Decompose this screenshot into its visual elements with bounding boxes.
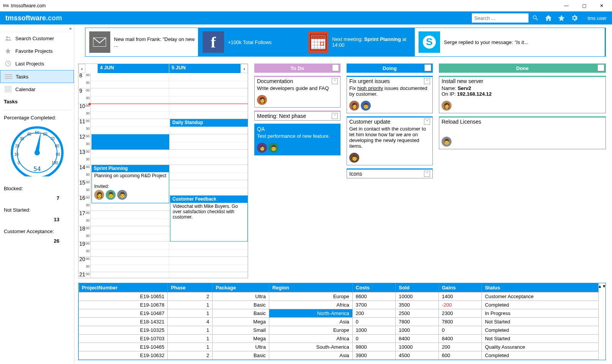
- grid-cell[interactable]: 3700: [352, 301, 395, 309]
- card-toggle-button[interactable]: ˄: [424, 78, 430, 84]
- card-toggle-button[interactable]: ˅: [332, 113, 338, 119]
- grid-cell[interactable]: Asia: [269, 351, 352, 360]
- grid-cell[interactable]: 2: [168, 292, 213, 301]
- grid-cell[interactable]: 600: [439, 351, 481, 360]
- grid-cell[interactable]: Basic: [213, 309, 269, 318]
- grid-cell[interactable]: 8600: [352, 292, 395, 301]
- card-qa[interactable]: QA Test performance of new feature. 👩 👨: [254, 124, 340, 155]
- grid-cell[interactable]: E19-10703: [79, 335, 168, 343]
- grid-cell[interactable]: Not Started: [482, 335, 599, 343]
- grid-cell[interactable]: Ultra: [213, 343, 269, 351]
- grid-cell[interactable]: Quality Assurance: [482, 343, 599, 351]
- grid-cell[interactable]: 8400: [396, 335, 439, 343]
- calendar-next-button[interactable]: ›: [241, 64, 248, 73]
- window-maximize-button[interactable]: ▢: [575, 0, 593, 11]
- grid-cell[interactable]: E18-14321: [79, 318, 168, 326]
- grid-cell[interactable]: South-America: [269, 343, 352, 351]
- sidebar-item-last-projects[interactable]: Last Projects: [0, 57, 74, 70]
- card-fix-urgent[interactable]: Fix urgent issues˄ Fix high priority iss…: [347, 76, 433, 113]
- grid-cell[interactable]: 3900: [352, 351, 395, 360]
- gear-icon[interactable]: [568, 13, 581, 23]
- calendar-event[interactable]: Sprint PlanningPlanning on upcoming R&D …: [92, 165, 169, 203]
- grid-cell[interactable]: E19-10487: [79, 309, 168, 318]
- grid-cell[interactable]: Europe: [269, 326, 352, 335]
- grid-cell[interactable]: 0: [352, 318, 395, 326]
- grid-cell[interactable]: 4500: [396, 351, 439, 360]
- grid-cell[interactable]: 2500: [396, 309, 439, 318]
- grid-cell[interactable]: 2: [168, 351, 213, 360]
- window-close-button[interactable]: ✕: [593, 0, 610, 11]
- grid-header[interactable]: Gains: [439, 283, 481, 292]
- user-label[interactable]: tms user: [587, 15, 607, 21]
- card-toggle-button[interactable]: ˄: [424, 119, 430, 125]
- grid-header[interactable]: Phase: [168, 283, 213, 292]
- table-row[interactable]: E19-103251SmallEurope100010000Completed: [79, 326, 599, 335]
- table-row[interactable]: E19-106512UltraEurope8600100001400Custom…: [79, 292, 599, 301]
- grid-cell[interactable]: E19-10465: [79, 343, 168, 351]
- grid-cell[interactable]: Europe: [269, 292, 352, 301]
- grid-cell[interactable]: Asia: [269, 318, 352, 326]
- grid-cell[interactable]: 10000: [396, 292, 439, 301]
- table-row[interactable]: E19-104651UltraSouth-America980010000200…: [79, 343, 599, 351]
- grid-cell[interactable]: 1000: [396, 326, 439, 335]
- window-minimize-button[interactable]: —: [558, 0, 575, 11]
- grid-cell[interactable]: Ultra: [213, 292, 269, 301]
- grid-cell[interactable]: 0: [439, 326, 481, 335]
- calendar-event[interactable]: [92, 134, 169, 150]
- card-customer-update[interactable]: Customer update˄ Get in contact with the…: [347, 116, 433, 165]
- grid-cell[interactable]: 7800: [439, 318, 481, 326]
- grid-header[interactable]: Sold: [396, 283, 439, 292]
- grid-cell[interactable]: Mega: [213, 335, 269, 343]
- calendar-day2-header[interactable]: 5 JUN: [169, 64, 241, 73]
- sidebar-collapse-button[interactable]: «: [0, 24, 74, 32]
- calendar-event[interactable]: Customer FeedbackVideochat with Mike Buy…: [170, 196, 248, 242]
- grid-cell[interactable]: -200: [439, 301, 481, 309]
- sidebar-item-calendar[interactable]: Calendar: [0, 83, 74, 96]
- home-icon[interactable]: [542, 13, 555, 23]
- grid-cell[interactable]: 0: [352, 335, 395, 343]
- grid-cell[interactable]: Small: [213, 326, 269, 335]
- tile-meeting[interactable]: Next meeting: Sprint Planning at 14:00: [304, 28, 415, 56]
- card-documentation[interactable]: Documentation˄ Write developers guide an…: [254, 76, 340, 108]
- tile-facebook[interactable]: f +100k Total Follows: [199, 28, 304, 56]
- table-row[interactable]: E19-106781BasicAfrica37003500-200Complet…: [79, 301, 599, 309]
- card-toggle-button[interactable]: ˅: [424, 171, 430, 177]
- card-toggle-button[interactable]: ˄: [332, 78, 338, 84]
- scroll-down-icon[interactable]: ▾: [603, 283, 605, 289]
- card-reload-licenses[interactable]: Reload Licenses 👨: [439, 116, 606, 149]
- column-collapse-button[interactable]: ‹: [332, 64, 339, 71]
- grid-cell[interactable]: 1400: [439, 292, 481, 301]
- grid-cell[interactable]: E19-10325: [79, 326, 168, 335]
- grid-cell[interactable]: 3500: [396, 301, 439, 309]
- grid-scrollbar[interactable]: ▴ ▾: [599, 283, 605, 360]
- grid-cell[interactable]: 7800: [396, 318, 439, 326]
- grid-cell[interactable]: Not Started: [482, 318, 599, 326]
- grid-cell[interactable]: 1: [168, 343, 213, 351]
- grid-cell[interactable]: E19-10678: [79, 301, 168, 309]
- grid-cell[interactable]: 8400: [439, 335, 481, 343]
- calendar-day1-header[interactable]: 4 JUN: [98, 64, 169, 73]
- calendar-prev-button[interactable]: ‹: [79, 64, 85, 73]
- card-meeting-next-phase[interactable]: Meeting: Next phase˅: [254, 111, 340, 121]
- grid-header[interactable]: Package: [213, 283, 269, 292]
- high-priority-link[interactable]: high priority: [357, 85, 383, 91]
- grid-header[interactable]: Costs: [352, 283, 395, 292]
- grid-cell[interactable]: Customer Acceptance: [482, 292, 599, 301]
- grid-cell[interactable]: 9800: [352, 343, 395, 351]
- sidebar-item-tasks[interactable]: Tasks: [0, 70, 74, 83]
- grid-cell[interactable]: 10000: [396, 343, 439, 351]
- grid-cell[interactable]: 1: [168, 309, 213, 318]
- column-collapse-button[interactable]: ‹: [424, 64, 431, 71]
- search-input[interactable]: [472, 13, 529, 23]
- grid-cell[interactable]: 1: [168, 335, 213, 343]
- grid-cell[interactable]: 1: [168, 301, 213, 309]
- column-collapse-button[interactable]: ‹: [597, 64, 604, 71]
- table-row[interactable]: E19-104871BasicNorth-America20025002300I…: [79, 309, 599, 318]
- grid-header[interactable]: Region: [269, 283, 352, 292]
- table-row[interactable]: E19-107031MegaAfrica084008400Not Started: [79, 335, 599, 343]
- calendar-event[interactable]: Daily Standup: [170, 119, 248, 127]
- sidebar-item-favorite-projects[interactable]: Favorite Projects: [0, 45, 74, 57]
- table-row[interactable]: E19-106322BasicAsia39004500600Completed: [79, 351, 599, 360]
- grid-cell[interactable]: Basic: [213, 301, 269, 309]
- grid-cell[interactable]: 2300: [439, 309, 481, 318]
